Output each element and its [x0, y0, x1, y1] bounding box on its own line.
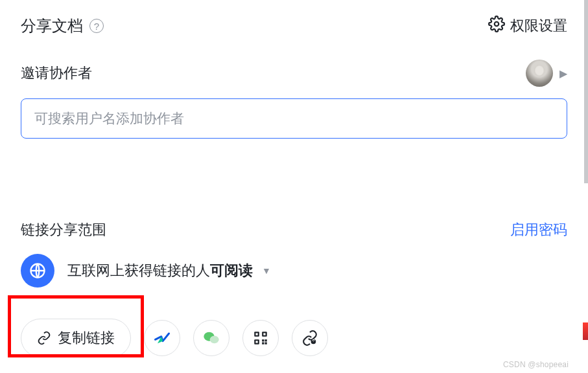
qrcode-icon: [252, 330, 269, 346]
svg-rect-13: [265, 343, 267, 345]
share-scope-selector[interactable]: 互联网上获得链接的人可阅读 ▼: [67, 261, 271, 280]
share-qrcode-button[interactable]: [242, 320, 279, 356]
share-embed-button[interactable]: [292, 320, 328, 356]
feishu-icon: [153, 329, 171, 347]
scope-permission: 可阅读: [210, 262, 253, 278]
chevron-right-icon: ▶: [559, 67, 567, 80]
svg-rect-15: [312, 341, 314, 343]
globe-icon: [21, 254, 54, 288]
dialog-header: 分享文档 ? 权限设置: [21, 16, 567, 36]
permissions-label: 权限设置: [510, 16, 567, 36]
link-lock-icon: [301, 330, 318, 346]
svg-rect-11: [265, 339, 267, 341]
svg-point-0: [495, 22, 499, 27]
svg-point-3: [210, 336, 219, 344]
share-feishu-button[interactable]: [144, 320, 180, 356]
avatar: [526, 60, 553, 87]
copy-link-button[interactable]: 复制链接: [21, 319, 131, 357]
help-icon[interactable]: ?: [89, 19, 104, 33]
permissions-settings-button[interactable]: 权限设置: [488, 16, 567, 36]
gear-icon: [488, 16, 505, 36]
link-icon: [37, 331, 51, 345]
svg-rect-7: [263, 333, 265, 335]
share-wechat-button[interactable]: [193, 320, 229, 356]
wechat-icon: [202, 329, 220, 347]
collaborator-search-input[interactable]: [21, 98, 567, 139]
svg-rect-12: [262, 343, 264, 345]
svg-rect-5: [255, 333, 257, 335]
share-scope-label: 链接分享范围: [21, 220, 106, 240]
decorative-bar: [583, 322, 588, 340]
share-actions-bar: 复制链接: [21, 319, 567, 357]
svg-rect-10: [262, 339, 264, 341]
collaborators-label: 邀请协作者: [21, 63, 92, 83]
scope-prefix: 互联网上获得链接的人: [67, 262, 210, 278]
collaborator-list-toggle[interactable]: ▶: [526, 60, 567, 87]
dialog-title: 分享文档: [21, 16, 83, 36]
scrollbar[interactable]: [584, 0, 588, 183]
svg-rect-9: [255, 341, 257, 343]
enable-password-link[interactable]: 启用密码: [510, 220, 567, 240]
copy-link-label: 复制链接: [58, 328, 115, 348]
chevron-down-icon: ▼: [262, 266, 271, 276]
watermark: CSDN @shopeeai: [503, 360, 569, 369]
